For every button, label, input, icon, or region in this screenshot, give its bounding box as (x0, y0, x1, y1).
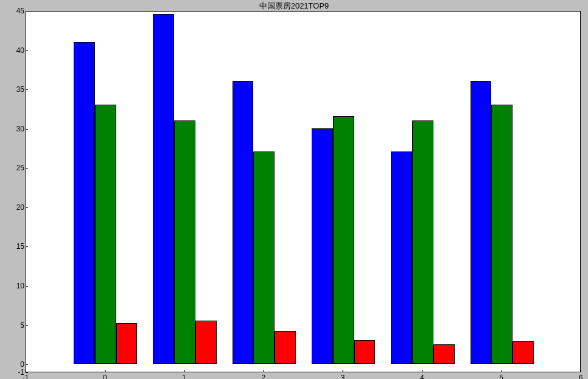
bar-series-red (513, 341, 534, 364)
x-tick: 0 (103, 372, 107, 379)
bar-series-green (333, 116, 354, 364)
axes (26, 11, 581, 372)
bar-series-blue (153, 14, 174, 364)
bar-series-blue (74, 42, 95, 364)
bar-series-red (354, 340, 376, 364)
bar-series-red (433, 344, 455, 364)
x-tick: 4 (420, 372, 424, 379)
x-tick: 5 (499, 372, 503, 379)
y-tick: 0 (6, 360, 24, 369)
bar-series-red (195, 321, 217, 364)
bar-series-blue (312, 128, 333, 364)
y-tick: 5 (6, 321, 24, 330)
y-tick: 15 (6, 242, 24, 251)
x-tick: 1 (182, 372, 186, 379)
bar-series-blue (391, 151, 412, 364)
bar-series-red (275, 331, 296, 364)
y-tick: 30 (6, 125, 24, 133)
y-tick: 20 (6, 203, 24, 212)
bar-series-blue (471, 81, 492, 364)
bar-series-green (412, 120, 433, 364)
y-tick: -1 (6, 368, 24, 377)
bar-series-green (174, 120, 195, 364)
y-tick: 10 (6, 282, 24, 290)
bar-series-blue (233, 81, 254, 364)
y-tick: 45 (6, 7, 24, 15)
y-tick: 40 (6, 46, 24, 55)
x-tick: 2 (262, 372, 266, 379)
x-tick: 6 (579, 372, 583, 379)
bar-series-green (253, 151, 275, 364)
y-tick: 25 (6, 164, 24, 172)
figure: 中国票房2021TOP9 -1051015202530354045 -10123… (0, 0, 588, 379)
bar-series-green (491, 105, 513, 364)
bar-series-green (95, 105, 116, 364)
bar-series-red (116, 323, 138, 364)
y-tick: 35 (6, 85, 24, 94)
chart-title: 中国票房2021TOP9 (0, 1, 588, 12)
x-tick: 3 (341, 372, 345, 379)
x-tick: -1 (23, 372, 29, 379)
